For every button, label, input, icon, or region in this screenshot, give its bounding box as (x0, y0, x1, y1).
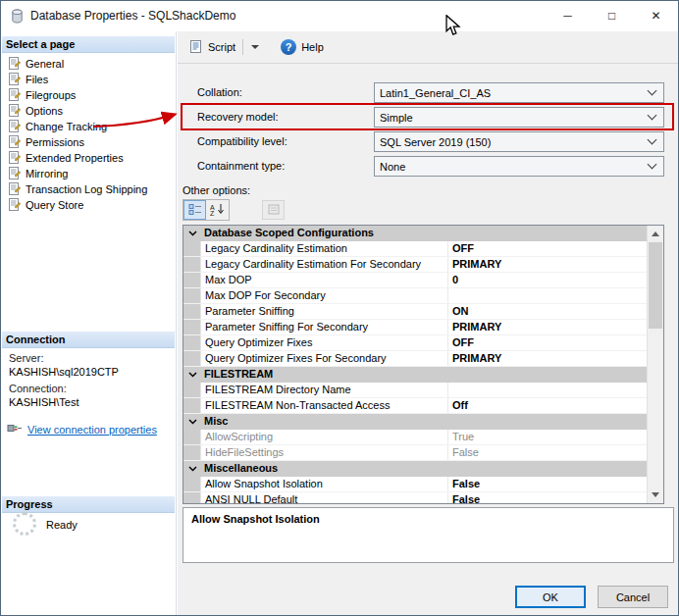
connection-properties-icon (7, 422, 23, 436)
property-name: FILESTREAM Non-Transacted Access (201, 398, 448, 413)
cancel-button[interactable]: Cancel (598, 586, 668, 608)
property-pages-button[interactable] (262, 200, 285, 220)
ok-button[interactable]: OK (515, 586, 586, 608)
property-value[interactable]: False (448, 477, 647, 491)
grid-row-legacy-cardinality-estimation[interactable]: Legacy Cardinality EstimationOFF (183, 241, 647, 257)
grid-row-query-optimizer-fixes[interactable]: Query Optimizer FixesOFF (183, 335, 647, 351)
sidebar-item-permissions[interactable]: Permissions (3, 134, 174, 150)
sidebar-item-mirroring[interactable]: Mirroring (3, 166, 174, 181)
separator (242, 39, 243, 55)
grid-scrollbar[interactable] (647, 226, 663, 503)
grid-row-filestream-directory-name[interactable]: FILESTREAM Directory Name (183, 383, 647, 398)
property-value[interactable]: OFF (448, 335, 647, 350)
window-title: Database Properties - SQLShackDemo (30, 9, 235, 23)
grid-row-allow-snapshot-isolation[interactable]: Allow Snapshot IsolationFalse (183, 477, 647, 492)
property-name: ANSI NULL Default (201, 492, 448, 503)
property-value[interactable]: ON (448, 304, 647, 319)
property-description-title: Allow Snapshot Isolation (191, 513, 320, 525)
row-gutter (183, 273, 201, 287)
grid-row-filestream-non-transacted-access[interactable]: FILESTREAM Non-Transacted AccessOff (183, 398, 647, 414)
grid-row-ansi-null-default[interactable]: ANSI NULL DefaultFalse (183, 492, 647, 503)
property-value[interactable]: PRIMARY (448, 351, 647, 366)
property-value[interactable]: Off (448, 398, 647, 413)
grid-row-query-optimizer-fixes-for-secondary[interactable]: Query Optimizer Fixes For SecondaryPRIMA… (183, 351, 647, 367)
script-button[interactable]: Script (183, 35, 265, 59)
help-button[interactable]: ? Help (275, 35, 330, 59)
property-value[interactable]: OFF (448, 241, 647, 256)
sidebar-item-options[interactable]: Options (3, 103, 174, 119)
recovery-model-dropdown[interactable]: Simple (374, 107, 664, 128)
sidebar-item-label: Transaction Log Shipping (26, 183, 147, 195)
grid-row-max-dop[interactable]: Max DOP0 (183, 273, 647, 288)
property-value[interactable]: 0 (448, 273, 647, 287)
collapse-chevron-icon[interactable] (183, 226, 201, 241)
grid-row-legacy-cardinality-estimation-for-secondary[interactable]: Legacy Cardinality Estimation For Second… (183, 257, 647, 273)
server-value: KASHISH\sql2019CTP (9, 366, 119, 378)
compatibility-level-label: Compatibility level: (197, 131, 287, 152)
collapse-chevron-icon[interactable] (183, 461, 201, 477)
category-label: Database Scoped Configurations (201, 226, 374, 241)
property-value[interactable]: PRIMARY (448, 257, 647, 272)
row-gutter (183, 257, 201, 272)
database-properties-window: Database Properties - SQLShackDemo ─ □ ✕… (0, 0, 679, 616)
categorized-view-button[interactable] (183, 200, 206, 220)
view-connection-properties-link[interactable]: View connection properties (27, 424, 157, 436)
sidebar-item-filegroups[interactable]: Filegroups (3, 87, 174, 103)
property-name: Query Optimizer Fixes For Secondary (201, 351, 448, 366)
collation-dropdown[interactable]: Latin1_General_CI_AS (374, 82, 664, 103)
titlebar[interactable]: Database Properties - SQLShackDemo ─ □ ✕ (1, 1, 678, 30)
grid-row-hidefilesettings[interactable]: HideFileSettingsFalse (183, 445, 647, 461)
maximize-button[interactable]: □ (590, 1, 634, 30)
server-label: Server: (9, 352, 43, 364)
property-value[interactable] (448, 288, 647, 303)
property-name: Query Optimizer Fixes (201, 335, 448, 350)
grid-row-parameter-sniffing-for-secondary[interactable]: Parameter Sniffing For SecondaryPRIMARY (183, 320, 647, 335)
sidebar-item-label: Query Store (26, 199, 83, 211)
grid-row-max-dop-for-secondary[interactable]: Max DOP For Secondary (183, 288, 647, 304)
compatibility-level-dropdown[interactable]: SQL Server 2019 (150) (374, 131, 664, 152)
close-button[interactable]: ✕ (634, 1, 678, 30)
sidebar-item-general[interactable]: General (3, 56, 174, 72)
property-value[interactable]: False (448, 445, 647, 460)
property-name: Allow Snapshot Isolation (201, 477, 448, 491)
sidebar-item-change-tracking[interactable]: Change Tracking (3, 119, 174, 134)
scroll-down-icon[interactable] (648, 487, 663, 503)
row-gutter (183, 288, 201, 303)
property-value[interactable]: PRIMARY (448, 320, 647, 334)
sidebar-item-files[interactable]: Files (3, 72, 174, 87)
row-gutter (183, 430, 201, 444)
collapse-chevron-icon[interactable] (183, 414, 201, 430)
grid-category-miscellaneous[interactable]: Miscellaneous (183, 461, 647, 477)
property-value[interactable] (448, 383, 647, 397)
row-gutter (183, 445, 201, 460)
property-name: Legacy Cardinality Estimation For Second… (201, 257, 448, 272)
compatibility-level-value: SQL Server 2019 (150) (375, 136, 649, 148)
main-panel: Script ? Help Collation: Latin1_General_… (178, 31, 678, 615)
property-value[interactable]: False (448, 492, 647, 503)
connection-label: Connection: (9, 383, 67, 394)
containment-type-dropdown[interactable]: None (374, 156, 664, 177)
grid-category-misc[interactable]: Misc (183, 414, 647, 430)
grid-category-database-scoped-configurations[interactable]: Database Scoped Configurations (183, 226, 647, 241)
grid-row-parameter-sniffing[interactable]: Parameter SniffingON (183, 304, 647, 320)
recovery-model-label: Recovery model: (197, 107, 279, 128)
help-button-label: Help (301, 41, 324, 53)
connection-section-header: Connection (2, 332, 175, 348)
alphabetical-sort-button[interactable]: AZ (206, 200, 229, 220)
scroll-thumb[interactable] (649, 242, 662, 329)
sidebar-item-transaction-log-shipping[interactable]: Transaction Log Shipping (3, 181, 174, 197)
sidebar-item-extended-properties[interactable]: Extended Properties (3, 150, 174, 166)
script-page-icon (8, 167, 21, 180)
chevron-down-icon (648, 160, 657, 170)
minimize-button[interactable]: ─ (546, 1, 590, 30)
collapse-chevron-icon[interactable] (183, 367, 201, 383)
grid-category-filestream[interactable]: FILESTREAM (183, 367, 647, 383)
sidebar-item-query-store[interactable]: Query Store (3, 197, 174, 213)
property-name: Parameter Sniffing (201, 304, 448, 319)
script-page-icon (8, 88, 21, 102)
property-grid: Database Scoped ConfigurationsLegacy Car… (183, 225, 664, 504)
grid-row-allowscripting[interactable]: AllowScriptingTrue (183, 430, 647, 445)
scroll-up-icon[interactable] (648, 226, 663, 242)
property-value[interactable]: True (448, 430, 647, 444)
script-page-icon (8, 198, 21, 212)
